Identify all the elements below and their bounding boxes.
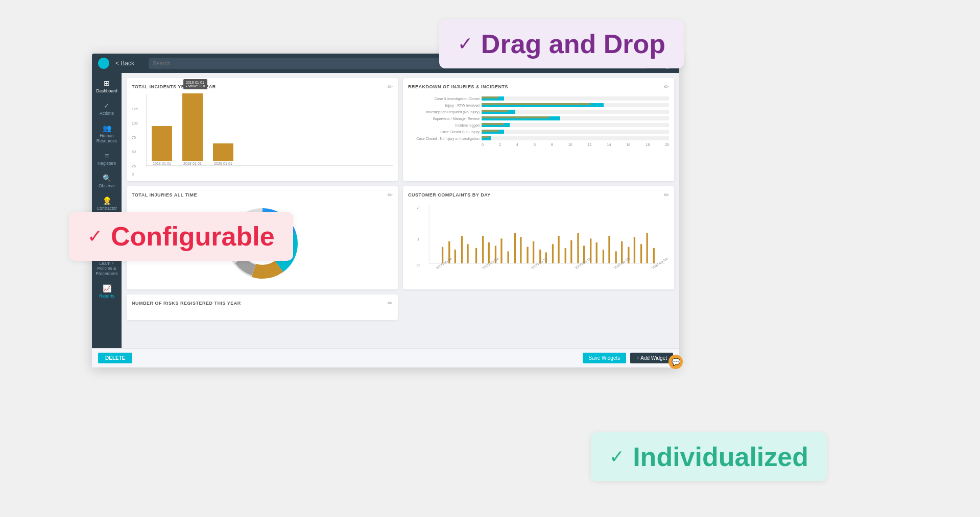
widget-title-risks: NUMBER OF RISKS REGISTERED THIS YEAR: [132, 301, 241, 306]
h-bar-fill-3b: [482, 110, 508, 112]
svg-rect-20: [508, 251, 509, 263]
y-label-50: 50: [132, 150, 136, 154]
svg-rect-40: [634, 237, 635, 263]
h-bar-label-3: Investigation Required (No Injury): [408, 110, 480, 114]
bar-2018: [152, 126, 172, 161]
sidebar-item-label: Registers: [98, 161, 116, 166]
svg-rect-12: [455, 250, 456, 263]
widget-title-complaints: CUSTOMER COMPLAINTS BY DAY: [408, 192, 491, 198]
h-bar-label-6: Case Closed Out - Injury: [408, 130, 480, 134]
h-bar-chart: Case & Investigation Closed Injury - RTW…: [408, 94, 669, 149]
svg-rect-22: [520, 237, 521, 263]
h-bar-fill-5b: [482, 123, 504, 125]
widget-edit-icon-risks[interactable]: ✏: [388, 300, 393, 307]
bar-tooltip: 2019-01-01• Value: 110: [183, 79, 207, 89]
bar-label-2019: 2019-01-01: [183, 162, 202, 165]
h-bar-track-6: [482, 130, 669, 134]
h-bar-track-7: [482, 136, 669, 140]
configurable-check-icon: ✓: [87, 226, 103, 247]
widget-edit-icon-complaints[interactable]: ✏: [664, 191, 669, 199]
drag-drop-callout: ✓ Drag and Drop: [439, 19, 684, 68]
svg-rect-24: [533, 241, 534, 263]
svg-rect-16: [482, 236, 484, 263]
widget-breakdown-injuries: BREAKDOWN OF INJURIES & INCIDENTS ✏ Case…: [403, 78, 674, 181]
h-bar-row-2: Injury - RTW Involved: [408, 103, 669, 107]
sidebar-item-actions[interactable]: ✓ Actions: [92, 97, 122, 120]
svg-rect-29: [565, 248, 566, 263]
widget-edit-icon[interactable]: ✏: [388, 83, 393, 90]
delete-button[interactable]: DELETE: [98, 353, 132, 363]
sidebar-item-label: Dashboard: [96, 88, 117, 93]
sidebar: ⊞ Dashboard ✓ Actions 👥 Human Resources …: [92, 73, 122, 348]
h-bar-row-7: Case Closed - No Injury or Investigation: [408, 136, 669, 140]
individualized-check-icon: ✓: [609, 446, 625, 467]
h-bar-fill-6b: [482, 130, 498, 132]
sidebar-item-label: Actions: [100, 111, 114, 116]
svg-rect-28: [558, 236, 559, 263]
human-resources-icon: 👥: [103, 124, 111, 132]
sidebar-item-human-resources[interactable]: 👥 Human Resources: [92, 120, 122, 147]
sidebar-item-label: Reports: [99, 293, 114, 299]
h-bar-track-1: [482, 96, 669, 101]
individualized-callout: ✓ Individualized: [591, 432, 827, 481]
h-bar-row-3: Investigation Required (No Injury): [408, 110, 669, 114]
x-axis: 0 2 4 6 8 10 12 14 16 18 20: [408, 143, 669, 146]
y-label-125: 125: [132, 107, 138, 111]
h-bar-label-7: Case Closed - No Injury or Investigation: [408, 137, 480, 140]
bar-group-2018: 2018-01-01: [152, 126, 172, 165]
svg-rect-27: [552, 244, 554, 263]
svg-rect-35: [603, 250, 604, 263]
bar-chart: 125 100 75 50 25 0 2018-01-01: [132, 94, 393, 176]
dashboard-icon: ⊞: [104, 79, 110, 87]
sidebar-item-label: Human Resources: [92, 133, 122, 143]
y-label-25: 25: [132, 164, 136, 168]
bar-2019: 2019-01-01• Value: 110: [182, 93, 203, 161]
svg-rect-43: [653, 248, 655, 263]
svg-rect-15: [475, 248, 477, 263]
widget-number-risks: NUMBER OF RISKS REGISTERED THIS YEAR ✏: [127, 294, 398, 320]
bar-2020: [213, 143, 233, 161]
sidebar-item-label: Observe: [99, 183, 115, 188]
widget-edit-icon-breakdown[interactable]: ✏: [664, 83, 669, 90]
y-label-75: 75: [132, 136, 136, 139]
sidebar-item-dashboard[interactable]: ⊞ Dashboard: [92, 75, 122, 97]
drag-drop-check-icon: ✓: [458, 33, 473, 55]
svg-rect-10: [442, 247, 443, 264]
chat-bubble[interactable]: 💬: [668, 355, 683, 369]
main-content: TOTAL INCIDENTS YEAR ON YEAR ✏ 125 100 7…: [122, 73, 679, 348]
logo: [98, 58, 109, 69]
h-bar-label-2: Injury - RTW Involved: [408, 104, 480, 107]
widget-edit-icon-injuries[interactable]: ✏: [388, 191, 393, 199]
app-frame: < Back JW ⊞ Dashboard ✓ Actions 👥 Human …: [92, 54, 679, 367]
y-label-0: 0: [132, 173, 134, 176]
spike-chart-svg: 2 1 0: [408, 203, 669, 269]
add-widget-button[interactable]: + Add Widget: [630, 353, 673, 363]
h-bar-row-5: Incident logged: [408, 123, 669, 127]
save-widgets-button[interactable]: Save Widgets: [583, 353, 627, 363]
bar-label-2020: 2020-01-01: [214, 162, 232, 165]
sidebar-item-registers[interactable]: ≡ Registers: [92, 147, 122, 170]
svg-text:2020-09-08: 2020-09-08: [481, 257, 499, 269]
widget-header-risks: NUMBER OF RISKS REGISTERED THIS YEAR ✏: [132, 300, 393, 307]
h-bar-fill-2b: [482, 103, 590, 105]
svg-text:0: 0: [416, 263, 420, 267]
bar-group-2020: 2020-01-01: [213, 143, 233, 165]
observe-icon: 🔍: [103, 174, 111, 182]
svg-rect-37: [615, 251, 617, 263]
svg-rect-36: [608, 236, 610, 263]
h-bar-row-1: Case & Investigation Closed: [408, 96, 669, 101]
configurable-callout: ✓ Configurable: [69, 212, 293, 261]
svg-rect-13: [461, 236, 463, 263]
h-bar-fill-7b: [482, 136, 489, 138]
svg-text:1: 1: [416, 237, 419, 241]
sidebar-item-observe[interactable]: 🔍 Observe: [92, 170, 122, 192]
actions-icon: ✓: [104, 102, 110, 110]
widget-header: TOTAL INCIDENTS YEAR ON YEAR ✏: [132, 83, 393, 90]
svg-rect-21: [514, 233, 516, 264]
drag-drop-label: Drag and Drop: [481, 29, 665, 59]
sidebar-item-reports[interactable]: 📈 Reports: [92, 280, 122, 303]
h-bar-label-5: Incident logged: [408, 124, 480, 127]
widget-header-injuries: TOTAL INJURIES ALL TIME ✏: [132, 191, 393, 199]
svg-text:2: 2: [416, 206, 419, 210]
back-button[interactable]: < Back: [115, 60, 134, 67]
